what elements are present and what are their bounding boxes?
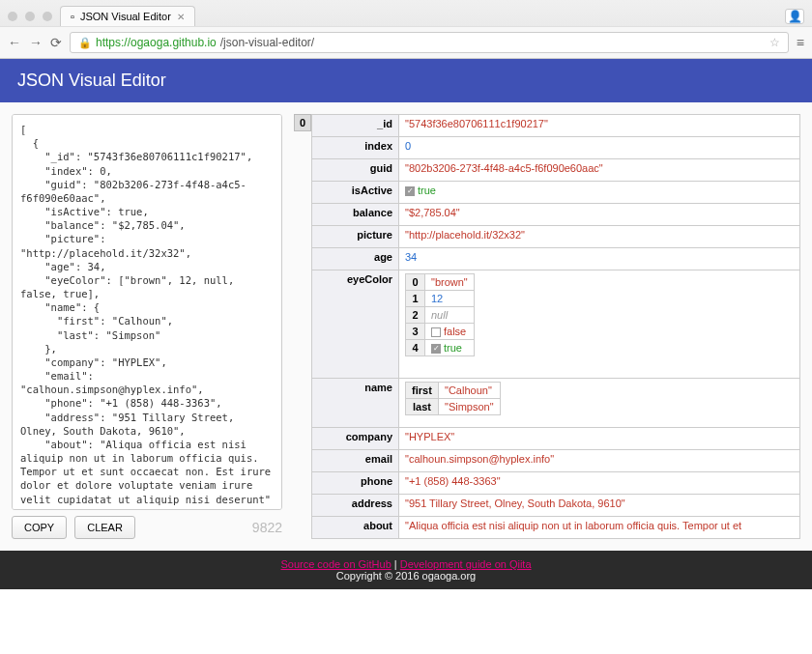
footer: Source code on GitHub | Development guid… <box>0 551 812 589</box>
back-button[interactable]: ← <box>8 35 21 50</box>
array-value[interactable]: null <box>431 309 448 321</box>
prop-key: eyeColor <box>312 270 399 379</box>
prop-value[interactable]: 0 <box>405 140 411 152</box>
prop-key: guid <box>312 158 399 181</box>
prop-key: index <box>312 136 399 158</box>
tab-bar: ▫ JSON Visual Editor ✕ 👤 <box>0 0 812 26</box>
user-menu-icon[interactable]: 👤 <box>785 9 804 24</box>
prop-key: email <box>312 450 399 472</box>
prop-value[interactable]: "951 Tillary Street, Olney, South Dakota… <box>405 498 625 509</box>
app-header: JSON Visual Editor <box>0 59 812 102</box>
viewer-pane: 0 _id"5743f36e80706111c1f90217" index0 g… <box>294 114 800 539</box>
nested-object: first"Calhoun" last"Simpson" <box>405 382 501 415</box>
table-row: picture"http://placehold.it/32x32" <box>312 225 800 247</box>
prop-key: isActive <box>312 181 399 203</box>
array-index: 1 <box>406 290 425 306</box>
array-value: false <box>444 326 466 337</box>
copy-button[interactable]: COPY <box>12 516 67 539</box>
prop-key: address <box>312 495 399 517</box>
json-textarea[interactable] <box>12 114 282 510</box>
table-row: eyeColor 0"brown" 112 2null 3false 4✓tru… <box>312 270 800 379</box>
array-value: true <box>444 342 462 354</box>
table-row: index0 <box>312 136 800 158</box>
app-title: JSON Visual Editor <box>17 71 166 90</box>
nested-array: 0"brown" 112 2null 3false 4✓true <box>405 273 475 356</box>
window-zoom-icon[interactable] <box>43 12 52 21</box>
prop-value[interactable]: "$2,785.04" <box>405 207 460 218</box>
prop-value[interactable]: "Aliqua officia est nisi aliquip non ut … <box>405 520 741 531</box>
prop-value: true <box>418 185 436 196</box>
editor-toolbar: COPY CLEAR 9822 <box>12 516 282 539</box>
prop-value[interactable]: "http://placehold.it/32x32" <box>405 229 525 241</box>
array-index: 0 <box>406 273 425 290</box>
url-origin: https://ogaoga.github.io <box>96 36 217 49</box>
table-row: address"951 Tillary Street, Olney, South… <box>312 495 800 517</box>
prop-key: age <box>312 247 399 270</box>
checkbox-icon[interactable] <box>431 327 441 337</box>
menu-icon[interactable]: ≡ <box>797 35 804 50</box>
prop-key: about <box>312 516 399 538</box>
browser-chrome: ▫ JSON Visual Editor ✕ 👤 ← → ⟳ 🔒 https:/… <box>0 0 812 59</box>
prop-key: _id <box>312 115 399 137</box>
page-icon: ▫ <box>71 11 74 22</box>
url-input[interactable]: 🔒 https://ogaoga.github.io/json-visual-e… <box>70 32 789 53</box>
tab-title: JSON Visual Editor <box>80 11 171 22</box>
address-bar: ← → ⟳ 🔒 https://ogaoga.github.io/json-vi… <box>0 26 812 58</box>
array-index: 4 <box>406 339 425 355</box>
close-icon[interactable]: ✕ <box>177 12 185 22</box>
workspace: COPY CLEAR 9822 0 _id"5743f36e80706111c1… <box>0 102 812 551</box>
table-row: age34 <box>312 247 800 270</box>
clear-button[interactable]: CLEAR <box>74 516 135 539</box>
checkbox-icon[interactable]: ✓ <box>431 344 441 354</box>
editor-pane: COPY CLEAR 9822 <box>12 114 282 539</box>
prop-key: balance <box>312 203 399 225</box>
window-close-icon[interactable] <box>8 12 17 21</box>
browser-tab[interactable]: ▫ JSON Visual Editor ✕ <box>60 6 195 26</box>
table-row: isActive✓true <box>312 181 800 203</box>
nested-key: last <box>406 399 439 415</box>
github-link[interactable]: Source code on GitHub <box>280 558 391 570</box>
bookmark-icon[interactable]: ☆ <box>769 36 780 49</box>
table-row: guid"802b3206-273f-4f48-a4c5-f6f090e60aa… <box>312 158 800 181</box>
char-count: 9822 <box>252 520 282 535</box>
prop-value[interactable]: 34 <box>405 251 417 263</box>
table-row: about"Aliqua officia est nisi aliquip no… <box>312 516 800 538</box>
array-value[interactable]: "brown" <box>431 276 468 288</box>
reload-button[interactable]: ⟳ <box>50 35 62 50</box>
window-minimize-icon[interactable] <box>25 12 35 21</box>
root-index-badge: 0 <box>294 114 311 131</box>
nested-key: first <box>406 383 439 399</box>
footer-separator: | <box>392 558 400 570</box>
lock-icon: 🔒 <box>78 37 92 49</box>
table-row: company"HYPLEX" <box>312 428 800 450</box>
nested-value[interactable]: "Calhoun" <box>445 384 492 396</box>
table-row: phone"+1 (858) 448-3363" <box>312 472 800 495</box>
url-path: /json-visual-editor/ <box>220 36 314 49</box>
array-index: 3 <box>406 323 425 339</box>
prop-key: phone <box>312 472 399 495</box>
qiita-link[interactable]: Development guide on Qiita <box>400 558 532 570</box>
array-index: 2 <box>406 306 425 323</box>
prop-value[interactable]: "802b3206-273f-4f48-a4c5-f6f090e60aac" <box>405 162 603 174</box>
prop-value[interactable]: "5743f36e80706111c1f90217" <box>405 118 548 129</box>
table-row: email"calhoun.simpson@hyplex.info" <box>312 450 800 472</box>
prop-key: company <box>312 428 399 450</box>
forward-button[interactable]: → <box>29 35 43 50</box>
prop-value[interactable]: "+1 (858) 448-3363" <box>405 475 501 487</box>
table-row: balance"$2,785.04" <box>312 203 800 225</box>
checkbox-icon[interactable]: ✓ <box>405 186 415 196</box>
nested-value[interactable]: "Simpson" <box>445 401 494 412</box>
table-row: name first"Calhoun" last"Simpson" <box>312 379 800 428</box>
prop-key: picture <box>312 225 399 247</box>
copyright: Copyright © 2016 ogaoga.org <box>8 570 804 582</box>
prop-key: name <box>312 379 399 428</box>
prop-value[interactable]: "calhoun.simpson@hyplex.info" <box>405 453 554 465</box>
property-table: _id"5743f36e80706111c1f90217" index0 gui… <box>311 114 800 539</box>
prop-value[interactable]: "HYPLEX" <box>405 431 454 442</box>
array-value[interactable]: 12 <box>431 293 443 304</box>
table-row: _id"5743f36e80706111c1f90217" <box>312 115 800 137</box>
